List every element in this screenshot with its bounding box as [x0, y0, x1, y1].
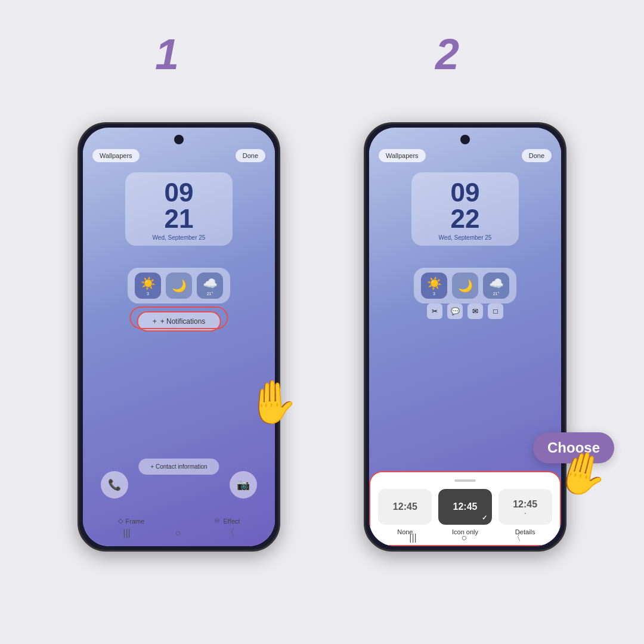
main-container: 1 2 Wallpapers Done 09 21 Wed, Septemb [0, 0, 644, 644]
cloud-icon: ☁️ [203, 276, 218, 290]
cloud-icon-2: ☁️ [489, 276, 504, 290]
phone-1-wrapper: Wallpapers Done 09 21 Wed, September 25 … [78, 122, 280, 552]
phone-1-nav-back[interactable]: ||| [123, 528, 130, 538]
phone-1: Wallpapers Done 09 21 Wed, September 25 … [78, 122, 280, 552]
phone-2-widget-moon: 🌙 [452, 273, 478, 299]
sun-icon: ☀️ [141, 276, 156, 290]
status-icon-speech: 💬 [447, 304, 463, 319]
icon-only-time: 12:45 [453, 501, 478, 512]
phone-2-clock-date: Wed, September 25 [428, 234, 502, 241]
phone-2-clock-min: 22 [428, 206, 502, 232]
phone-1-clock-date: Wed, September 25 [142, 234, 216, 241]
phone-2-notch [460, 135, 470, 144]
phone-2-widget-cloud: ☁️ 21° [483, 273, 509, 299]
moon-icon-2: 🌙 [458, 278, 473, 293]
cursor-hand-1: 🤚 [246, 377, 298, 426]
moon-icon: 🌙 [172, 278, 187, 293]
phone-2-widget-sun: ☀️ 3 [421, 273, 447, 299]
phone-1-done-btn[interactable]: Done [236, 149, 265, 162]
phone-1-clock-hour: 09 [142, 179, 216, 206]
phone-1-screen: Wallpapers Done 09 21 Wed, September 25 … [83, 128, 275, 546]
checkmark-icon: ✓ [482, 514, 487, 522]
sheet-preview-none: 12:45 [378, 489, 432, 525]
phone-2-nav-recents[interactable]: 〈 [512, 531, 521, 544]
phone-1-notif-highlight [130, 306, 228, 329]
phone-1-nav-bar: ||| ○ 〈 [83, 524, 275, 541]
sheet-preview-details: 12:45 • [499, 489, 552, 525]
phone-1-widget-row: ☀️ 3 🌙 ☁️ 21° [128, 268, 230, 304]
step-2-label: 2 [435, 30, 459, 79]
frame-label: Frame [126, 518, 145, 525]
phone-2: Wallpapers Done 09 22 Wed, September 25 … [364, 122, 566, 552]
details-time: 12:45 [513, 499, 537, 510]
phone-1-inner: Wallpapers Done 09 21 Wed, September 25 … [83, 128, 275, 546]
phone-2-done-btn[interactable]: Done [522, 149, 552, 162]
phone-1-widget-sun: ☀️ 3 [135, 273, 161, 299]
status-icon-check: □ [488, 304, 503, 319]
phone-1-notch [174, 135, 184, 144]
phone-1-bottom-icons: 📞 📷 [83, 471, 275, 499]
phone-1-nav-home[interactable]: ○ [175, 528, 181, 538]
effect-label: Effect [223, 518, 240, 525]
phone-1-nav-recents[interactable]: 〈 [225, 527, 235, 539]
phone-1-call-icon: 📞 [101, 471, 128, 499]
phone-1-widget-cloud: ☁️ 21° [197, 273, 223, 299]
phone-1-clock-widget: 09 21 Wed, September 25 [125, 172, 233, 246]
phone-2-wrapper: Choose Wallpapers Done 09 22 Wed, Septem… [364, 122, 566, 552]
phone-2-nav-bar: ||| ○ 〈 [369, 529, 561, 546]
sheet-handle [454, 479, 476, 482]
details-dot: • [524, 511, 525, 515]
phone-2-clock-hour: 09 [428, 179, 502, 206]
phone-2-inner: Wallpapers Done 09 22 Wed, September 25 … [369, 128, 561, 546]
none-time: 12:45 [393, 501, 417, 512]
phone-2-screen: Wallpapers Done 09 22 Wed, September 25 … [369, 128, 561, 546]
phone-1-widget-cloud-label: 21° [207, 292, 213, 296]
phone-1-clock-min: 21 [142, 206, 216, 232]
phone-2-nav-home[interactable]: ○ [461, 532, 467, 543]
phone-2-widget-row: ☀️ 3 🌙 ☁️ 21° [414, 268, 516, 304]
phone-1-widget-moon: 🌙 [166, 273, 192, 299]
step-1-label: 1 [155, 30, 179, 79]
sheet-preview-icon-only: 12:45 ✓ [438, 489, 492, 525]
phone-2-status-icons: ✂ 💬 ✉ □ [427, 304, 503, 319]
phone-1-top-bar: Wallpapers Done [83, 149, 275, 162]
phone-2-clock-widget: 09 22 Wed, September 25 [411, 172, 519, 246]
sun-icon-2: ☀️ [427, 276, 442, 290]
status-icon-scissors: ✂ [427, 304, 442, 319]
phone-1-widget-sun-label: 3 [147, 292, 149, 296]
status-icon-mail: ✉ [467, 304, 483, 319]
phone-2-wallpapers-btn[interactable]: Wallpapers [379, 149, 426, 162]
phone-1-wallpapers-btn[interactable]: Wallpapers [92, 149, 140, 162]
phone-1-camera-icon: 📷 [230, 471, 257, 499]
phone-2-top-bar: Wallpapers Done [369, 149, 561, 162]
phone-2-nav-back[interactable]: ||| [409, 532, 416, 543]
